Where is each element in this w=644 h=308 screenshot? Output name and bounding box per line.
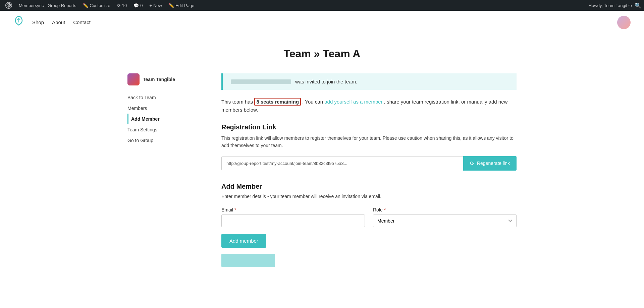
nav-shop[interactable]: Shop — [32, 19, 44, 25]
role-required: * — [384, 207, 386, 212]
wp-logo-icon — [5, 2, 12, 9]
regenerate-label: Regenerate link — [477, 161, 510, 166]
admin-search-icon[interactable]: 🔍 — [635, 2, 641, 9]
sidebar-item-members[interactable]: Members — [127, 103, 208, 114]
edit-page-label: Edit Page — [175, 3, 194, 8]
comments-icon: 💬 — [133, 3, 139, 8]
nav-contact[interactable]: Contact — [73, 19, 91, 25]
user-avatar[interactable] — [617, 16, 631, 29]
customize-label: Customize — [90, 3, 110, 8]
nav-right — [617, 16, 631, 29]
email-label: Email * — [221, 207, 365, 212]
seats-remaining: 8 seats remaining — [254, 98, 301, 106]
sidebar-user: Team Tangible — [127, 73, 208, 85]
role-label: Role * — [373, 207, 517, 212]
add-self-link[interactable]: add yourself as a member — [324, 99, 382, 105]
sidebar-avatar — [127, 73, 140, 85]
admin-bar: Membersync - Group Reports ✏️ Customize … — [0, 0, 644, 11]
edit-page-link[interactable]: ✏️ Edit Page — [166, 0, 197, 11]
desc-middle: . You can — [302, 99, 323, 105]
wp-logo-link[interactable] — [3, 0, 15, 11]
sidebar-username: Team Tangible — [143, 77, 175, 82]
nav-about[interactable]: About — [52, 19, 65, 25]
nav-links: Shop About Contact — [32, 19, 91, 25]
site-logo[interactable] — [13, 16, 24, 29]
email-group: Email * — [221, 207, 365, 227]
refresh-icon: ⟳ — [470, 160, 474, 167]
email-input[interactable] — [221, 214, 365, 227]
invite-banner: was invited to join the team. — [221, 73, 517, 90]
bottom-action-button[interactable] — [221, 254, 275, 267]
registration-link-row: ⟳ Regenerate link — [221, 156, 517, 171]
add-member-description: Enter member details - your team member … — [221, 194, 517, 199]
main-nav: Shop About Contact — [0, 11, 644, 34]
site-title: Membersync - Group Reports — [19, 3, 76, 8]
new-link[interactable]: + New — [147, 0, 165, 11]
add-member-button[interactable]: Add member — [221, 234, 266, 248]
updates-icon: ⟳ — [117, 3, 121, 8]
main-content: was invited to join the team. This team … — [221, 73, 517, 267]
role-group: Role * Member Manager Owner — [373, 207, 517, 227]
updates-link[interactable]: ⟳ 10 — [114, 0, 129, 11]
edit-page-icon: ✏️ — [169, 3, 174, 8]
logo-icon — [13, 16, 24, 26]
site-name-link[interactable]: Membersync - Group Reports — [16, 0, 79, 11]
updates-count: 10 — [122, 3, 127, 8]
add-member-heading: Add Member — [221, 183, 517, 190]
sidebar-item-team-settings[interactable]: Team Settings — [127, 124, 208, 135]
sidebar-item-add-member[interactable]: Add Member — [127, 114, 208, 124]
new-label: New — [153, 3, 162, 8]
sidebar: Team Tangible Back to Team Members Add M… — [127, 73, 208, 146]
regenerate-link-button[interactable]: ⟳ Regenerate link — [463, 156, 517, 171]
sidebar-item-back-to-team[interactable]: Back to Team — [127, 92, 208, 103]
registration-link-input[interactable] — [221, 157, 463, 170]
bottom-hint — [221, 250, 517, 267]
customize-link[interactable]: ✏️ Customize — [80, 0, 113, 11]
role-select[interactable]: Member Manager Owner — [373, 214, 517, 227]
sidebar-menu: Back to Team Members Add Member Team Set… — [127, 92, 208, 146]
howdy-text: Howdy, Team Tangible — [589, 3, 632, 8]
new-icon: + — [149, 3, 152, 8]
registration-link-description: This registration link will allow member… — [221, 134, 517, 149]
description-text: This team has 8 seats remaining . You ca… — [221, 98, 517, 114]
email-required: * — [234, 207, 236, 212]
add-member-form-row: Email * Role * Member Manager Owner — [221, 207, 517, 227]
comments-link[interactable]: 💬 0 — [131, 0, 145, 11]
customize-icon: ✏️ — [83, 3, 88, 8]
invite-banner-text: was invited to join the team. — [295, 79, 357, 84]
invite-banner-blurred-name — [231, 79, 291, 84]
registration-link-heading: Registration Link — [221, 123, 517, 131]
page-title: Team » Team A — [127, 48, 517, 60]
desc-prefix: This team has — [221, 99, 253, 105]
page-content: Team » Team A Team Tangible Back to Team… — [121, 34, 523, 281]
content-layout: Team Tangible Back to Team Members Add M… — [127, 73, 517, 267]
sidebar-item-go-to-group[interactable]: Go to Group — [127, 135, 208, 146]
comments-count: 0 — [140, 3, 143, 8]
